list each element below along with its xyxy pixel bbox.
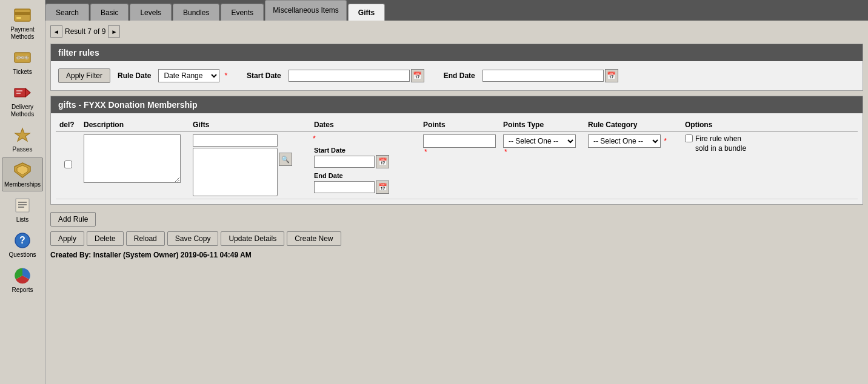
sidebar-label-questions: Questions (8, 251, 36, 259)
gifts-panel: gifts - FYXX Donation Membership del? De… (50, 96, 863, 205)
end-date-row-label: End Date (314, 172, 416, 179)
table-header-row: del? Description Gifts Dates Points Poin… (56, 118, 858, 132)
gifts-panel-body: del? Description Gifts Dates Points Poin… (51, 113, 863, 204)
start-date-calendar-button[interactable]: 📅 (411, 69, 424, 82)
col-description: Description (80, 118, 189, 132)
end-date-calendar-button[interactable]: 📅 (605, 69, 618, 82)
create-new-button[interactable]: Create New (287, 231, 341, 246)
gifts-cell-inner: 🔍 (193, 134, 307, 196)
add-rule-button[interactable]: Add Rule (50, 212, 96, 227)
filter-rules-panel: filter rules Apply Filter Rule Date Date… (50, 44, 863, 91)
col-points: Points (419, 118, 499, 132)
start-date-label: Start Date (247, 71, 281, 80)
col-dates: Dates (310, 118, 419, 132)
lists-icon (13, 196, 32, 215)
navigation-row: ◄ Result 7 of 9 ► (50, 23, 863, 40)
apply-button[interactable]: Apply (50, 231, 84, 246)
del-cell (56, 132, 80, 199)
gifts-start-date-input[interactable] (314, 156, 375, 168)
sidebar-item-reports[interactable]: Reports (2, 263, 43, 297)
tab-misc-items[interactable]: Miscellaneous Items (265, 0, 347, 21)
tab-events[interactable]: Events (221, 4, 264, 21)
dates-inner: * Start Date 📅 (314, 134, 416, 194)
filter-row: Apply Filter Rule Date Date Range Specif… (58, 68, 855, 83)
questions-icon: ? (13, 231, 32, 250)
col-rule-category: Rule Category (584, 118, 681, 132)
gifts-start-date-cal[interactable]: 📅 (376, 155, 389, 168)
sidebar-item-payment-methods[interactable]: Payment Methods (2, 2, 43, 44)
sidebar-label-payment-methods: Payment Methods (4, 26, 41, 41)
gifts-panel-header: gifts - FYXX Donation Membership (51, 96, 863, 113)
points-required: * (424, 148, 427, 156)
rule-category-select[interactable]: -- Select One -- (588, 134, 661, 148)
rule-category-required: * (664, 137, 667, 145)
svg-text:?: ? (19, 235, 25, 245)
result-indicator: Result 7 of 9 (65, 27, 105, 36)
description-textarea[interactable] (84, 134, 181, 183)
sidebar-item-questions[interactable]: ? Questions (2, 228, 43, 262)
rule-date-select[interactable]: Date Range Specific Date Any Date (158, 69, 219, 82)
svg-marker-9 (25, 88, 30, 97)
svg-rect-11 (16, 93, 21, 94)
payment-methods-icon (13, 5, 32, 25)
points-input[interactable] (423, 134, 496, 148)
update-details-button[interactable]: Update Details (221, 231, 284, 246)
delivery-methods-icon (13, 83, 32, 102)
tab-bar: Search Basic Levels Bundles Events Misce… (45, 0, 868, 21)
bottom-section: Add Rule Apply Delete Reload Save Copy U… (50, 210, 863, 262)
tab-search[interactable]: Search (45, 4, 89, 21)
delete-checkbox[interactable] (64, 161, 72, 168)
tab-levels[interactable]: Levels (130, 4, 172, 21)
tab-bundles[interactable]: Bundles (173, 4, 219, 21)
sidebar-label-delivery-methods: Delivery Methods (4, 104, 41, 118)
tickets-icon: TICKET (13, 48, 32, 67)
gifts-end-date-cal[interactable]: 📅 (376, 180, 389, 194)
sidebar-item-passes[interactable]: Passes (2, 122, 43, 156)
created-by: Created By: Installer (System Owner) 201… (50, 251, 863, 259)
gifts-search-input[interactable] (193, 134, 278, 147)
start-date-wrap: 📅 (289, 69, 424, 82)
save-copy-button[interactable]: Save Copy (167, 231, 219, 246)
end-date-row: End Date 📅 (314, 172, 416, 194)
rule-date-group: Date Range Specific Date Any Date * (158, 69, 227, 82)
svg-rect-2 (16, 17, 21, 19)
svg-rect-1 (15, 12, 30, 15)
col-points-type: Points Type (499, 118, 584, 132)
rule-date-required: * (224, 71, 227, 80)
sidebar-item-tickets[interactable]: TICKET Tickets (2, 45, 43, 79)
dates-cell: * Start Date 📅 (310, 132, 419, 199)
sidebar: Payment Methods TICKET Tickets Delivery … (0, 0, 45, 384)
tab-gifts[interactable]: Gifts (348, 4, 385, 21)
points-type-required: * (504, 148, 507, 156)
prev-button[interactable]: ◄ (50, 25, 62, 38)
apply-filter-button[interactable]: Apply Filter (58, 68, 110, 83)
sidebar-item-delivery-methods[interactable]: Delivery Methods (2, 80, 43, 121)
gifts-end-date-input[interactable] (314, 181, 375, 193)
points-type-select[interactable]: -- Select One -- (503, 134, 576, 148)
gifts-list-wrap (193, 134, 278, 196)
table-row: 🔍 * Start Date (56, 132, 858, 199)
sidebar-label-passes: Passes (13, 146, 33, 153)
sidebar-item-lists[interactable]: Lists (2, 193, 43, 227)
add-rule-row: Add Rule (50, 212, 863, 227)
end-date-input[interactable] (482, 70, 604, 82)
tab-basic[interactable]: Basic (90, 4, 129, 21)
options-cell: Fire rule whensold in a bundle (681, 132, 858, 199)
rule-category-cell: -- Select One -- * (584, 132, 681, 199)
gifts-select[interactable] (193, 148, 278, 196)
passes-icon (13, 125, 32, 145)
content-area: ◄ Result 7 of 9 ► filter rules Apply Fil… (45, 21, 868, 384)
next-button[interactable]: ► (108, 25, 120, 38)
sidebar-item-memberships[interactable]: Memberships (2, 157, 43, 191)
fire-rule-checkbox[interactable] (685, 134, 693, 142)
filter-rules-header: filter rules (51, 44, 863, 61)
start-date-input[interactable] (289, 70, 410, 82)
gifts-start-date-wrap: 📅 (314, 155, 416, 168)
start-date-row-label: Start Date (314, 147, 416, 154)
dates-required: * (313, 134, 413, 143)
col-del: del? (56, 118, 80, 132)
delete-button[interactable]: Delete (87, 231, 124, 246)
col-options: Options (681, 118, 858, 132)
gifts-search-button[interactable]: 🔍 (279, 153, 292, 166)
reload-button[interactable]: Reload (126, 231, 165, 246)
